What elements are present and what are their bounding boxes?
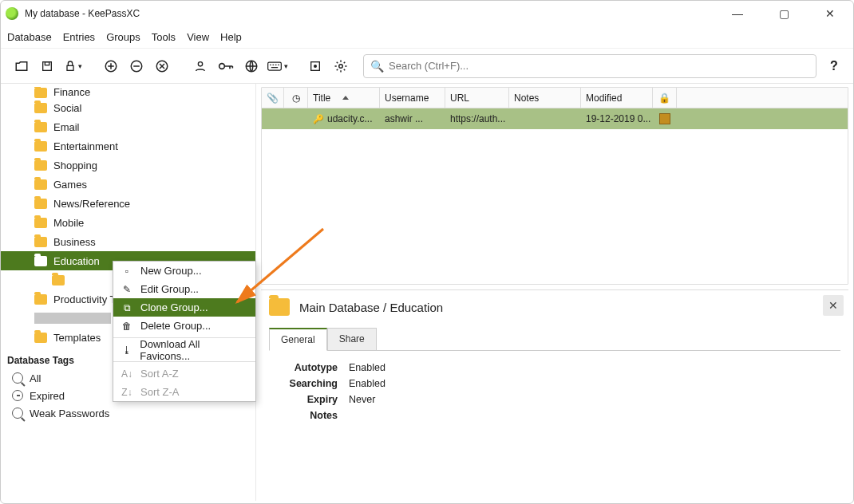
save-db-icon[interactable] bbox=[34, 53, 60, 79]
prop-label: Autotype bbox=[271, 360, 342, 375]
new-group-icon: ▫ bbox=[121, 266, 132, 277]
menu-new-group[interactable]: ▫New Group... bbox=[113, 262, 255, 280]
breadcrumb: Main Database / Education bbox=[299, 301, 443, 314]
group-item[interactable]: Mobile bbox=[1, 213, 255, 232]
close-panel-button[interactable]: ✕ bbox=[823, 295, 844, 316]
lock-db-icon[interactable]: ▾ bbox=[60, 53, 85, 79]
settings-icon[interactable] bbox=[328, 53, 354, 79]
group-item[interactable]: Business bbox=[1, 232, 255, 251]
col-username[interactable]: Username bbox=[380, 88, 445, 108]
svg-rect-2 bbox=[67, 65, 73, 70]
svg-point-11 bbox=[314, 65, 317, 67]
menu-edit-group[interactable]: ✎Edit Group... bbox=[113, 280, 255, 298]
table-header: 📎 ◷ Title Username URL Notes Modified 🔒 bbox=[262, 88, 848, 108]
maximize-button[interactable]: ▢ bbox=[772, 7, 796, 20]
menu-clone-group[interactable]: ⧉Clone Group... bbox=[113, 298, 255, 317]
folder-icon bbox=[34, 179, 47, 190]
folder-icon bbox=[34, 199, 47, 209]
svg-rect-0 bbox=[43, 61, 52, 70]
close-button[interactable]: ✕ bbox=[818, 7, 842, 20]
password-gen-icon[interactable] bbox=[302, 53, 328, 79]
folder-icon bbox=[34, 141, 47, 152]
folder-icon bbox=[34, 88, 47, 98]
menubar: Database Entries Groups Tools View Help bbox=[1, 26, 853, 49]
group-item[interactable]: Finance bbox=[1, 87, 255, 98]
group-item[interactable]: Email bbox=[1, 117, 255, 136]
sort-az-icon: A↓ bbox=[121, 368, 132, 380]
clock-icon bbox=[12, 390, 23, 401]
folder-icon bbox=[34, 237, 47, 247]
prop-value bbox=[344, 408, 390, 423]
color-swatch bbox=[659, 113, 670, 124]
folder-icon bbox=[34, 294, 47, 305]
menu-download-favicons[interactable]: ⭳Download All Favicons... bbox=[113, 341, 255, 359]
menu-delete-group[interactable]: 🗑Delete Group... bbox=[113, 317, 255, 335]
col-lock-icon[interactable]: 🔒 bbox=[653, 88, 677, 108]
menu-sort-az: A↓Sort A-Z bbox=[113, 364, 255, 383]
keyboard-icon[interactable]: ▾ bbox=[264, 53, 290, 79]
entry-table: 📎 ◷ Title Username URL Notes Modified 🔒 … bbox=[261, 87, 848, 285]
group-context-menu: ▫New Group... ✎Edit Group... ⧉Clone Grou… bbox=[113, 261, 256, 402]
col-modified[interactable]: Modified bbox=[581, 88, 653, 108]
prop-label: Notes bbox=[271, 408, 342, 423]
edit-icon: ✎ bbox=[121, 284, 132, 295]
open-db-icon[interactable] bbox=[9, 53, 34, 79]
edit-entry-icon[interactable] bbox=[124, 53, 149, 79]
svg-point-6 bbox=[198, 61, 202, 65]
svg-point-7 bbox=[219, 63, 225, 69]
download-icon: ⭳ bbox=[121, 345, 132, 356]
tab-general[interactable]: General bbox=[269, 328, 327, 351]
menu-database[interactable]: Database bbox=[7, 31, 52, 43]
clone-icon: ⧉ bbox=[121, 302, 132, 313]
tag-weak[interactable]: Weak Passwords bbox=[1, 404, 255, 422]
folder-icon bbox=[269, 298, 290, 316]
menu-sort-za: Z↓Sort Z-A bbox=[113, 383, 255, 401]
col-expiry-icon[interactable]: ◷ bbox=[284, 88, 308, 108]
main-area: 📎 ◷ Title Username URL Notes Modified 🔒 … bbox=[256, 84, 853, 501]
folder-icon bbox=[34, 103, 47, 113]
details-tabs: General Share bbox=[269, 327, 840, 351]
add-entry-icon[interactable] bbox=[98, 53, 124, 79]
menu-tools[interactable]: Tools bbox=[152, 31, 176, 43]
group-item[interactable]: Games bbox=[1, 175, 255, 194]
svg-rect-1 bbox=[45, 61, 49, 65]
prop-label: Expiry bbox=[271, 392, 342, 407]
toolbar: ▾ ▾ 🔍 ? bbox=[1, 49, 853, 84]
trash-icon: 🗑 bbox=[121, 321, 132, 332]
titlebar: My database - KeePassXC — ▢ ✕ bbox=[1, 1, 853, 26]
prop-value: Enabled bbox=[344, 360, 390, 375]
col-attachment-icon[interactable]: 📎 bbox=[262, 88, 284, 108]
help-icon[interactable]: ? bbox=[823, 59, 845, 73]
menu-view[interactable]: View bbox=[187, 31, 209, 43]
app-icon bbox=[6, 7, 18, 20]
delete-entry-icon[interactable] bbox=[149, 53, 175, 79]
folder-icon bbox=[34, 333, 47, 343]
svg-rect-9 bbox=[267, 62, 281, 70]
menu-help[interactable]: Help bbox=[220, 31, 242, 43]
copy-url-icon[interactable] bbox=[239, 53, 264, 79]
col-title[interactable]: Title bbox=[308, 88, 380, 108]
svg-point-12 bbox=[339, 64, 343, 68]
window-title: My database - KeePassXC bbox=[25, 8, 140, 19]
copy-user-icon[interactable] bbox=[188, 53, 213, 79]
group-item[interactable]: Entertainment bbox=[1, 136, 255, 156]
copy-password-icon[interactable] bbox=[213, 53, 239, 79]
prop-label: Searching bbox=[271, 376, 342, 391]
search-input[interactable] bbox=[389, 60, 809, 72]
col-notes[interactable]: Notes bbox=[509, 88, 581, 108]
group-item[interactable]: News/Reference bbox=[1, 194, 255, 213]
folder-icon bbox=[34, 160, 47, 171]
group-item[interactable]: Shopping bbox=[1, 156, 255, 175]
group-item[interactable]: Social bbox=[1, 98, 255, 117]
folder-icon bbox=[34, 218, 47, 228]
sort-za-icon: Z↓ bbox=[121, 387, 132, 398]
search-icon: 🔍 bbox=[370, 60, 384, 73]
search-box[interactable]: 🔍 bbox=[363, 54, 816, 78]
minimize-button[interactable]: — bbox=[726, 7, 749, 20]
tab-share[interactable]: Share bbox=[327, 328, 377, 351]
col-url[interactable]: URL bbox=[445, 88, 509, 108]
table-row[interactable]: 🔑udacity.c... ashwir ... https://auth...… bbox=[262, 108, 848, 129]
folder-icon bbox=[34, 122, 47, 132]
menu-entries[interactable]: Entries bbox=[63, 31, 95, 43]
menu-groups[interactable]: Groups bbox=[106, 31, 140, 43]
